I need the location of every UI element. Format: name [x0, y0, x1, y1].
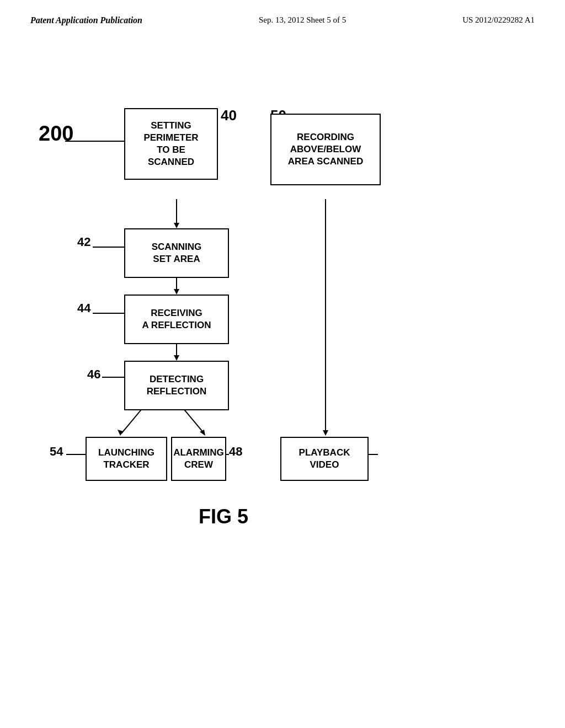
fig-label: FIG 5 — [199, 505, 248, 528]
svg-marker-5 — [174, 355, 179, 361]
ref-40: 40 — [221, 107, 237, 124]
header-center: Sep. 13, 2012 Sheet 5 of 5 — [259, 15, 346, 25]
page-header: Patent Application Publication Sep. 13, … — [0, 0, 565, 25]
diagram-area: 200 SETTING PERIMETER TO BE SCANNED 40 5… — [0, 36, 565, 687]
svg-marker-7 — [118, 430, 123, 436]
box-receiving: RECEIVING A REFLECTION — [124, 295, 229, 344]
header-right: US 2012/0229282 A1 — [462, 15, 535, 25]
svg-marker-3 — [174, 289, 179, 295]
ref-44: 44 — [77, 301, 90, 315]
box-launching: LAUNCHING TRACKER — [86, 437, 167, 481]
ref-46: 46 — [87, 367, 100, 382]
box-setting: SETTING PERIMETER TO BE SCANNED — [124, 108, 218, 180]
ref-200: 200 — [39, 122, 73, 146]
header-left: Patent Application Publication — [30, 15, 142, 25]
svg-marker-1 — [174, 223, 179, 228]
box-scanning: SCANNING SET AREA — [124, 228, 229, 278]
ref-54: 54 — [50, 445, 63, 459]
box-playback: PLAYBACK VIDEO — [280, 437, 369, 481]
box-recording: RECORDING ABOVE/BELOW AREA SCANNED — [270, 114, 381, 185]
box-detecting: DETECTING REFLECTION — [124, 361, 229, 410]
ref-48: 48 — [229, 445, 242, 459]
box-alarming: ALARMING CREW — [171, 437, 226, 481]
svg-marker-11 — [323, 430, 328, 436]
svg-marker-9 — [200, 430, 205, 436]
ref-42: 42 — [77, 235, 90, 249]
